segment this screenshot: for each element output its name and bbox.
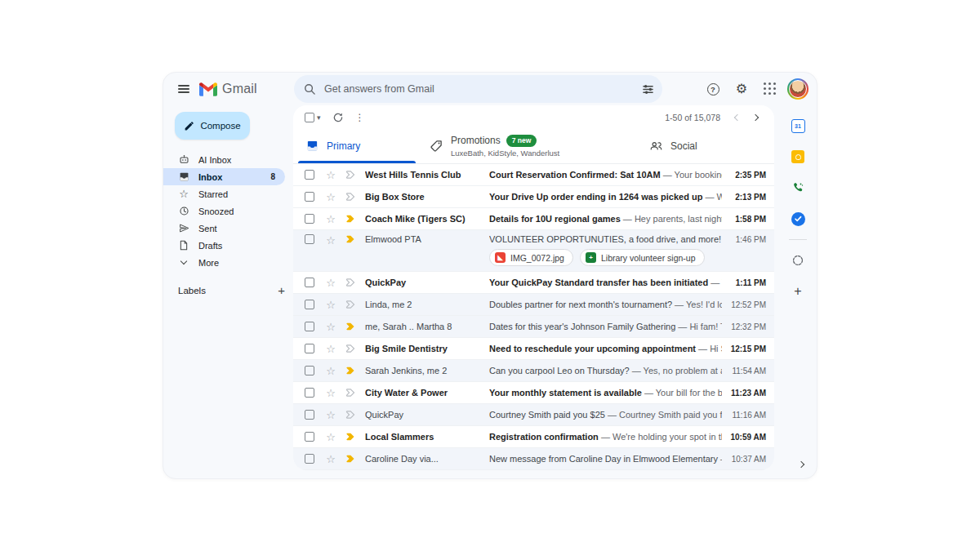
star-icon[interactable]: ☆ <box>324 277 337 289</box>
labels-title: Labels <box>178 286 206 295</box>
row-checkbox[interactable] <box>305 344 314 353</box>
star-icon[interactable]: ☆ <box>324 321 337 333</box>
google-tasks-icon <box>791 212 805 226</box>
sidebar-item-starred[interactable]: ☆Starred <box>163 185 285 202</box>
email-row[interactable]: ☆City Water & PowerYour monthly statemen… <box>293 382 774 404</box>
help-button[interactable]: ? <box>702 78 724 100</box>
gmail-logo[interactable]: Gmail <box>199 82 257 96</box>
sidebar-item-sent[interactable]: Sent <box>163 220 285 237</box>
row-checkbox[interactable] <box>305 410 314 420</box>
side-panel-rail: 31 + <box>779 105 817 479</box>
sidebar-item-snoozed[interactable]: Snoozed <box>163 202 285 220</box>
tasks-button[interactable] <box>786 207 810 231</box>
email-subject-snippet: New message from Caroline Day in Elmwood… <box>489 454 722 464</box>
star-icon[interactable]: ☆ <box>324 409 337 421</box>
search-options-icon[interactable] <box>642 83 654 96</box>
sidebar-item-drafts[interactable]: Drafts <box>163 237 285 254</box>
add-on-icon <box>791 254 804 267</box>
star-icon[interactable]: ☆ <box>324 431 337 443</box>
settings-button[interactable]: ⚙ <box>730 78 753 100</box>
star-icon[interactable]: ☆ <box>324 299 337 311</box>
search-input[interactable] <box>324 83 642 95</box>
search-bar[interactable] <box>294 75 662 103</box>
calendar-button[interactable]: 31 <box>786 113 810 138</box>
create-label-button[interactable]: + <box>278 284 285 296</box>
attachment-chip[interactable]: ◣IMG_0072.jpg <box>489 249 573 266</box>
new-count-badge: 7 new <box>506 135 537 147</box>
importance-marker[interactable] <box>344 410 357 420</box>
row-checkbox[interactable] <box>305 278 314 287</box>
star-icon[interactable]: ☆ <box>324 234 337 247</box>
row-checkbox[interactable] <box>305 432 314 442</box>
sidebar-item-ai-inbox[interactable]: AI Inbox <box>163 151 285 168</box>
newer-page-button[interactable] <box>728 109 746 127</box>
email-sender: West Hills Tennis Club <box>365 170 486 180</box>
importance-marker[interactable] <box>344 322 357 331</box>
star-icon[interactable]: ☆ <box>324 365 337 377</box>
importance-marker[interactable] <box>344 278 357 287</box>
row-checkbox[interactable] <box>305 322 314 331</box>
star-icon[interactable]: ☆ <box>324 387 337 399</box>
email-row[interactable]: ☆Local SlammersRegistration confirmation… <box>293 426 774 448</box>
importance-marker[interactable] <box>344 170 357 180</box>
star-icon[interactable]: ☆ <box>324 213 337 225</box>
email-row[interactable]: ☆QuickPayCourtney Smith paid you $25 — C… <box>293 404 774 426</box>
older-page-button[interactable] <box>746 109 764 127</box>
row-checkbox[interactable] <box>305 214 314 224</box>
email-row[interactable]: ☆Elmwood PTAVOLUNTEER OPPORTUNUTIES, a f… <box>293 230 774 272</box>
email-row[interactable]: ☆Linda, me 2Doubles partner for next mon… <box>293 294 774 316</box>
more-options-button[interactable]: ⋮ <box>355 112 365 123</box>
email-row[interactable]: ☆Big Box StoreYour Drive Up order ending… <box>293 186 774 208</box>
row-checkbox[interactable] <box>305 300 314 309</box>
account-avatar[interactable] <box>787 78 808 100</box>
email-row[interactable]: ☆Sarah Jenkins, me 2Can you carpool Leo … <box>293 360 774 382</box>
star-icon[interactable]: ☆ <box>324 343 337 355</box>
importance-marker[interactable] <box>344 192 357 202</box>
avatar-photo <box>789 80 807 98</box>
importance-marker[interactable] <box>344 300 357 309</box>
keep-button[interactable] <box>786 144 810 169</box>
email-row[interactable]: ☆West Hills Tennis ClubCourt Reservation… <box>293 164 774 186</box>
importance-marker[interactable] <box>344 344 357 353</box>
phone-button[interactable] <box>786 176 810 200</box>
select-all-checkbox[interactable] <box>305 113 314 122</box>
sidebar-item-inbox[interactable]: Inbox8 <box>163 168 285 185</box>
row-checkbox[interactable] <box>305 388 314 398</box>
apps-button[interactable] <box>759 78 782 100</box>
row-checkbox[interactable] <box>305 366 314 375</box>
importance-marker[interactable] <box>344 366 357 375</box>
email-row[interactable]: ☆Big Smile DentistryNeed to reschedule y… <box>293 338 774 360</box>
email-row[interactable]: ☆me, Sarah .. Martha 8Dates for this yea… <box>293 316 774 338</box>
star-icon[interactable]: ☆ <box>324 191 337 203</box>
pencil-icon <box>184 121 194 131</box>
attachment-chip[interactable]: +Library volunteer sign-up <box>580 249 705 266</box>
email-row[interactable]: ☆QuickPayYour QuickPay Standard transfer… <box>293 272 774 294</box>
row-checkbox[interactable] <box>305 454 314 464</box>
tab-promotions[interactable]: Promotions 7 new LuxeBath, KidStyle, Wan… <box>419 128 638 163</box>
add-on-button[interactable] <box>786 248 810 273</box>
row-checkbox[interactable] <box>305 234 314 244</box>
importance-marker[interactable] <box>344 454 357 464</box>
row-checkbox[interactable] <box>305 170 314 180</box>
importance-marker[interactable] <box>344 432 357 442</box>
refresh-button[interactable] <box>332 112 344 123</box>
email-row[interactable]: ☆Coach Mike (Tigers SC)Details for 10U r… <box>293 208 774 230</box>
compose-button[interactable]: Compose <box>175 112 250 140</box>
select-dropdown-caret[interactable]: ▾ <box>317 113 321 122</box>
hamburger-menu[interactable] <box>172 77 196 101</box>
star-icon[interactable]: ☆ <box>324 169 337 181</box>
get-add-ons-button[interactable]: + <box>786 279 810 304</box>
importance-marker[interactable] <box>344 234 357 244</box>
importance-marker[interactable] <box>344 214 357 224</box>
row-checkbox[interactable] <box>305 192 314 202</box>
inbox-unread-count: 8 <box>270 172 275 181</box>
tab-primary[interactable]: Primary <box>295 128 419 163</box>
sidebar-item-more[interactable]: More <box>163 254 285 271</box>
importance-marker[interactable] <box>344 388 357 398</box>
chevron-left-icon <box>734 114 741 121</box>
tab-social[interactable]: Social <box>638 128 736 163</box>
collapse-side-panel-button[interactable] <box>792 455 810 473</box>
email-sender: Linda, me 2 <box>365 300 486 309</box>
email-row[interactable]: ☆Caroline Day via...New message from Car… <box>293 448 774 470</box>
star-icon[interactable]: ☆ <box>324 453 337 465</box>
